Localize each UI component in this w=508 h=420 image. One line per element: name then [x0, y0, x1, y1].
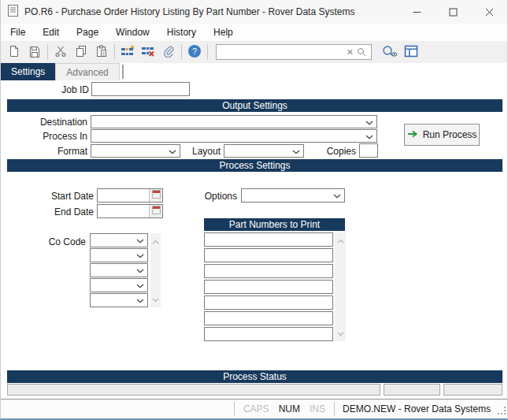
co-code-select-1[interactable]: [90, 233, 148, 247]
menu-help[interactable]: Help: [205, 24, 242, 40]
scroll-down-icon[interactable]: [337, 328, 344, 339]
chevron-down-icon: [136, 235, 144, 246]
job-id-label: Job ID: [32, 84, 89, 95]
close-button[interactable]: [471, 0, 507, 24]
toolbar-separator: [207, 44, 208, 60]
run-process-button[interactable]: Run Process: [404, 124, 480, 146]
insert-detail-button[interactable]: [117, 43, 138, 61]
copies-input[interactable]: [359, 143, 378, 158]
menu-edit[interactable]: Edit: [34, 24, 68, 40]
end-date-calendar-button[interactable]: [149, 205, 162, 217]
process-status-header: Process Status: [7, 370, 502, 383]
chevron-down-icon: [136, 265, 144, 276]
titlebar: PO.R6 - Purchase Order History Listing B…: [1, 0, 507, 24]
num-lock-indicator: NUM: [274, 403, 305, 414]
co-code-select-4[interactable]: [90, 278, 148, 292]
save-button[interactable]: [24, 43, 45, 61]
delete-detail-icon: [141, 46, 155, 59]
part-numbers-header: Part Numbers to Print: [204, 218, 345, 231]
chevron-down-icon: [365, 131, 373, 142]
start-date-label: Start Date: [39, 191, 94, 202]
tab-advanced[interactable]: Advanced: [55, 63, 119, 80]
app-window: PO.R6 - Purchase Order History Listing B…: [0, 0, 508, 420]
end-date-input[interactable]: [98, 205, 149, 217]
format-select[interactable]: [91, 144, 180, 158]
menu-page[interactable]: Page: [68, 24, 107, 40]
paperclip-icon: [162, 45, 175, 60]
layout-select[interactable]: [224, 144, 304, 158]
toolbar-separator: [114, 44, 115, 60]
process-in-select[interactable]: [91, 129, 377, 143]
part-number-input-5[interactable]: [204, 295, 333, 310]
cut-button[interactable]: [50, 43, 71, 61]
chevron-down-icon: [292, 146, 300, 157]
resize-grip[interactable]: [497, 406, 506, 418]
job-id-input[interactable]: [91, 82, 190, 96]
save-icon: [28, 45, 41, 60]
maximize-button[interactable]: [435, 0, 471, 24]
help-button[interactable]: ?: [184, 43, 205, 61]
destination-select[interactable]: [91, 115, 377, 128]
tab-settings[interactable]: Settings: [1, 63, 55, 80]
caps-lock-indicator: CAPS: [239, 403, 274, 414]
toolbar-separator: [181, 44, 182, 60]
search-icon[interactable]: [355, 47, 368, 57]
co-code-select-3[interactable]: [90, 263, 148, 277]
delete-detail-button[interactable]: [138, 43, 158, 61]
calendar-icon: [152, 190, 161, 201]
scroll-down-icon[interactable]: [152, 294, 159, 305]
co-code-select-5[interactable]: [90, 293, 148, 307]
format-label: Format: [24, 146, 87, 157]
co-code-scrollbar[interactable]: [150, 233, 161, 307]
process-status-field-3: [443, 384, 502, 396]
part-number-input-7[interactable]: [204, 327, 333, 341]
menu-history[interactable]: History: [158, 24, 205, 40]
toolbar-separator: [47, 44, 48, 60]
paste-clipboard-icon: [95, 45, 108, 60]
chevron-down-icon: [136, 295, 144, 306]
cut-scissors-icon: [54, 45, 67, 60]
new-document-button[interactable]: [4, 43, 24, 61]
start-date-input[interactable]: [98, 189, 149, 202]
part-number-input-1[interactable]: [204, 232, 333, 247]
search-input[interactable]: [220, 46, 345, 58]
copy-button[interactable]: [71, 43, 91, 61]
clear-search-icon[interactable]: ✕: [345, 47, 355, 58]
co-code-select-2[interactable]: [90, 248, 148, 262]
part-numbers-scrollbar[interactable]: [335, 232, 346, 341]
attachments-button[interactable]: [158, 43, 179, 61]
minimize-button[interactable]: [399, 0, 435, 24]
end-date-field: [97, 204, 163, 218]
part-number-input-4[interactable]: [204, 280, 333, 294]
process-status-field-2: [384, 384, 440, 396]
menu-window[interactable]: Window: [107, 24, 158, 40]
part-number-input-6[interactable]: [204, 311, 333, 325]
chevron-down-icon: [136, 280, 144, 291]
scroll-up-icon[interactable]: [152, 236, 159, 247]
output-settings-header: Output Settings: [7, 99, 502, 112]
insert-detail-icon: [121, 46, 135, 59]
search-records-icon: [381, 45, 398, 60]
end-date-label: End Date: [39, 206, 94, 217]
chevron-down-icon: [169, 146, 176, 157]
status-bar-separator: [334, 402, 335, 416]
insert-mode-indicator: INS: [305, 403, 330, 414]
copy-icon: [75, 45, 87, 60]
tab-divider: [122, 65, 124, 79]
part-number-input-3[interactable]: [204, 264, 333, 278]
chevron-down-icon: [136, 250, 144, 261]
search-records-button[interactable]: [377, 43, 401, 61]
start-date-calendar-button[interactable]: [149, 189, 162, 202]
start-date-field: [97, 188, 163, 203]
browse-layout-icon: [404, 45, 418, 60]
connection-status: DEMO.NEW - Rover Data Systems: [339, 403, 497, 414]
new-document-icon: [8, 45, 20, 60]
options-select[interactable]: [241, 188, 345, 203]
browse-layout-button[interactable]: [401, 43, 421, 61]
menu-file[interactable]: File: [2, 24, 34, 40]
tab-bar: Settings Advanced: [1, 63, 124, 80]
scroll-up-icon[interactable]: [337, 235, 344, 246]
paste-button[interactable]: [91, 43, 112, 61]
part-number-input-2[interactable]: [204, 248, 333, 262]
layout-label: Layout: [181, 146, 221, 157]
